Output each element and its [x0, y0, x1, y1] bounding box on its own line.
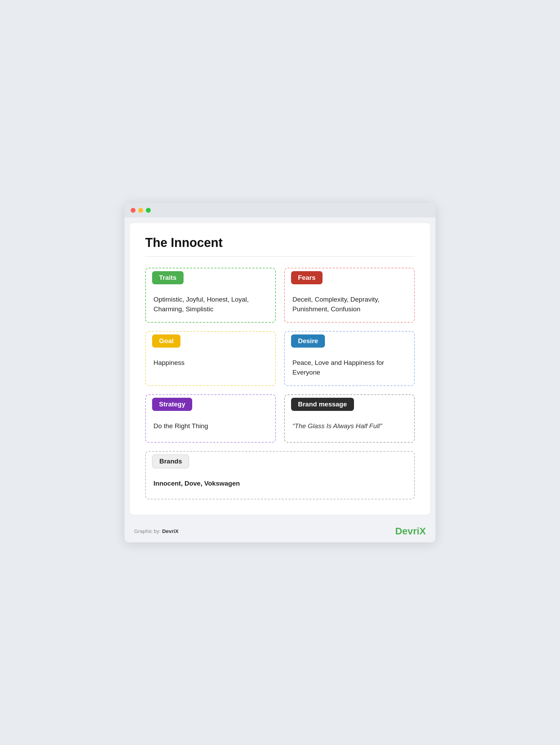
title-divider — [145, 256, 415, 257]
fears-body: Deceit, Complexity, Depravity, Punishmen… — [292, 295, 407, 314]
footer-logo: DevriX — [395, 526, 426, 537]
footer: Graphic by: DevriX DevriX — [124, 520, 436, 542]
desire-badge: Desire — [291, 334, 325, 348]
footer-label: Graphic by: — [134, 528, 162, 534]
strategy-card: Strategy Do the Right Thing — [145, 394, 276, 443]
minimize-dot[interactable] — [138, 208, 143, 213]
titlebar — [124, 203, 436, 218]
close-dot[interactable] — [131, 208, 136, 213]
goal-badge: Goal — [152, 334, 180, 348]
cards-grid: Traits Optimistic, Joyful, Honest, Loyal… — [145, 268, 415, 499]
brand-message-body: “The Glass Is Always Half Full” — [292, 421, 407, 431]
fears-badge: Fears — [291, 271, 323, 284]
page-title: The Innocent — [145, 236, 415, 250]
footer-logo-text: Devri — [395, 526, 419, 536]
strategy-badge: Strategy — [152, 398, 192, 411]
footer-logo-x: X — [419, 526, 426, 536]
footer-brand: DevriX — [162, 528, 179, 534]
brand-message-card: Brand message “The Glass Is Always Half … — [284, 394, 415, 443]
brands-badge: Brands — [152, 454, 189, 468]
desire-card: Desire Peace, Love and Happiness for Eve… — [284, 331, 415, 386]
brands-card: Brands Innocent, Dove, Vokswagen — [145, 451, 415, 499]
desire-body: Peace, Love and Happiness for Everyone — [292, 358, 407, 378]
main-content: The Innocent Traits Optimistic, Joyful, … — [130, 223, 430, 515]
traits-badge: Traits — [152, 271, 184, 284]
goal-card: Goal Happiness — [145, 331, 276, 386]
maximize-dot[interactable] — [146, 208, 151, 213]
strategy-body: Do the Right Thing — [153, 421, 268, 431]
footer-credit: Graphic by: DevriX — [134, 528, 178, 534]
brand-message-badge: Brand message — [291, 398, 354, 411]
traits-card: Traits Optimistic, Joyful, Honest, Loyal… — [145, 268, 276, 323]
traits-body: Optimistic, Joyful, Honest, Loyal, Charm… — [153, 295, 268, 314]
fears-card: Fears Deceit, Complexity, Depravity, Pun… — [284, 268, 415, 323]
goal-body: Happiness — [153, 358, 268, 368]
brands-body: Innocent, Dove, Vokswagen — [153, 479, 407, 489]
app-window: The Innocent Traits Optimistic, Joyful, … — [124, 203, 436, 542]
